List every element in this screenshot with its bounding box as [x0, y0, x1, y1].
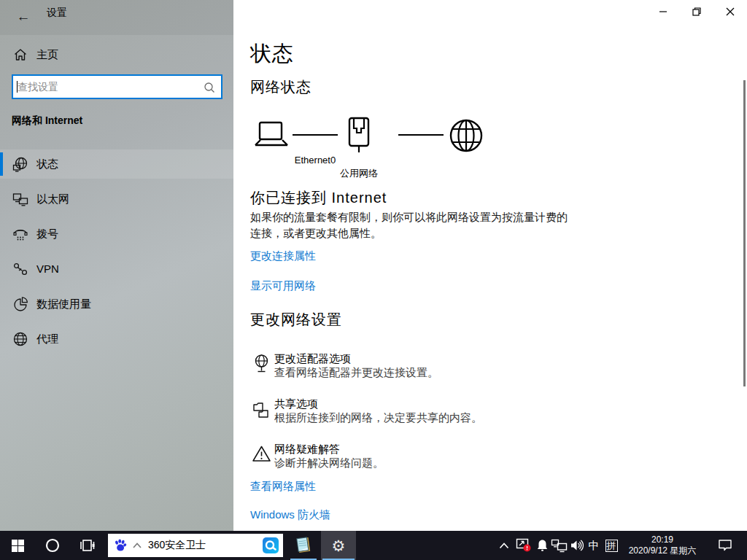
chevron-up-icon	[132, 542, 142, 549]
search-icon	[203, 81, 216, 94]
sidebar-item-label: 拨号	[36, 228, 58, 241]
setting-item-desc: 查看网络适配器并更改连接设置。	[274, 366, 438, 380]
network-diagram: Ethernet0 公用网络	[250, 117, 557, 182]
minimize-button[interactable]	[646, 0, 680, 23]
tray-notification-bell[interactable]	[534, 531, 550, 560]
security-icon	[516, 538, 532, 553]
tray-security-alert[interactable]	[514, 531, 534, 560]
network-status-heading: 网络状态	[250, 77, 311, 97]
show-networks-link[interactable]: 显示可用网络	[250, 279, 316, 293]
task-view-button[interactable]	[70, 531, 105, 560]
setting-item-title: 更改适配器选项	[274, 352, 351, 366]
bell-icon	[536, 539, 549, 552]
window-title: 设置	[47, 7, 67, 20]
clock-time: 20:19	[651, 534, 673, 545]
sidebar-item-label: 代理	[36, 332, 58, 346]
network-type-label: 公用网络	[315, 167, 403, 180]
proxy-icon	[12, 331, 28, 347]
settings-window: ← 设置 主页 网络和 Internet	[0, 0, 747, 531]
window-controls	[646, 0, 747, 23]
ethernet-icon	[12, 191, 28, 207]
sidebar-item-data-usage[interactable]: 数据使用量	[0, 289, 233, 319]
search-input[interactable]	[18, 76, 200, 98]
connection-line	[293, 134, 338, 136]
sidebar-home-label: 主页	[36, 48, 58, 62]
sidebar-item-vpn[interactable]: VPN	[0, 254, 233, 284]
taskbar-app-notepad[interactable]	[286, 531, 321, 560]
sidebar-item-home[interactable]: 主页	[0, 42, 233, 69]
sidebar-item-label: 数据使用量	[36, 298, 91, 311]
vertical-scrollbar[interactable]	[743, 80, 746, 386]
taskbar: 360安全卫士	[0, 531, 747, 560]
taskbar-app-settings[interactable]: ⚙	[321, 531, 356, 560]
adapter-options-icon	[252, 354, 271, 373]
ime-mode-label: 拼	[605, 540, 618, 552]
setting-item-desc: 根据所连接到的网络，决定要共享的内容。	[274, 411, 482, 425]
tray-ime-language[interactable]: 中	[585, 531, 603, 560]
notepad-icon	[294, 536, 313, 555]
setting-item-troubleshooter[interactable]: 网络疑难解答 诊断并解决网络问题。	[252, 443, 602, 475]
laptop-icon	[253, 121, 290, 150]
status-icon	[12, 156, 28, 172]
setting-item-title: 共享选项	[274, 397, 318, 411]
tray-ime-mode[interactable]: 拼	[603, 531, 620, 560]
setting-item-desc: 诊断并解决网络问题。	[274, 456, 384, 470]
sidebar-item-label: VPN	[36, 262, 59, 275]
setting-item-adapter-options[interactable]: 更改适配器选项 查看网络适配器并更改连接设置。	[252, 352, 602, 384]
connection-line	[398, 134, 444, 136]
taskbar-search-box[interactable]: 360安全卫士	[108, 534, 283, 557]
cortana-icon	[45, 538, 60, 553]
task-view-icon	[80, 538, 95, 553]
view-network-properties-link[interactable]: 查看网络属性	[250, 480, 316, 494]
selected-accent-bar	[0, 152, 3, 176]
change-connection-link[interactable]: 更改连接属性	[250, 249, 316, 263]
ethernet-network-icon	[551, 539, 568, 553]
tray-network-icon[interactable]	[549, 531, 569, 560]
dialup-icon	[12, 226, 28, 242]
sidebar-item-label: 状态	[36, 158, 58, 171]
warning-triangle-icon	[252, 444, 271, 464]
action-center-button[interactable]	[709, 531, 741, 560]
internet-globe-icon	[449, 118, 484, 153]
cortana-button[interactable]	[35, 531, 70, 560]
gear-icon: ⚙	[332, 538, 346, 553]
tray-clock[interactable]: 20:19 2020/9/12 星期六	[622, 531, 703, 560]
sidebar-nav: 状态 以太网	[0, 149, 233, 359]
360-search-icon	[262, 537, 279, 554]
start-button[interactable]	[0, 531, 35, 560]
baidu-icon	[113, 538, 128, 553]
main-pane: 状态 网络状态	[233, 0, 747, 531]
tray-show-hidden-icons[interactable]	[495, 531, 514, 560]
restore-button[interactable]	[680, 0, 713, 23]
chevron-up-icon	[499, 542, 509, 549]
vpn-icon	[12, 261, 28, 277]
windows-firewall-link[interactable]: Windows 防火墙	[250, 508, 330, 522]
windows-logo-icon	[12, 540, 24, 552]
speaker-icon	[570, 539, 584, 552]
sidebar-item-label: 以太网	[36, 192, 69, 206]
connected-heading: 你已连接到 Internet	[250, 188, 387, 208]
taskbar-search-text: 360安全卫士	[148, 539, 262, 552]
home-icon	[13, 47, 28, 62]
setting-item-sharing-options[interactable]: 共享选项 根据所连接到的网络，决定要共享的内容。	[252, 397, 602, 429]
desktop-screen: ← 设置 主页 网络和 Internet	[0, 0, 747, 560]
close-button[interactable]	[713, 0, 747, 23]
back-button[interactable]: ←	[10, 4, 36, 30]
sidebar-item-ethernet[interactable]: 以太网	[0, 184, 233, 214]
adapter-name-label: Ethernet0	[271, 155, 359, 166]
page-title: 状态	[250, 39, 294, 69]
clock-date: 2020/9/12 星期六	[629, 545, 697, 556]
data-usage-icon	[12, 296, 28, 312]
sidebar-item-dialup[interactable]: 拨号	[0, 219, 233, 249]
setting-item-title: 网络疑难解答	[274, 443, 340, 456]
ime-language-label: 中	[589, 539, 600, 553]
settings-search-box[interactable]	[12, 74, 222, 99]
sharing-options-icon	[252, 399, 271, 419]
change-settings-heading: 更改网络设置	[250, 310, 342, 330]
action-center-icon	[718, 539, 732, 552]
connected-description: 如果你的流量套餐有限制，则你可以将此网络设置为按流量计费的连接，或者更改其他属性…	[250, 209, 575, 241]
sidebar-section-title: 网络和 Internet	[12, 114, 82, 128]
sidebar-item-status[interactable]: 状态	[0, 149, 233, 179]
tray-volume-icon[interactable]	[568, 531, 587, 560]
sidebar-item-proxy[interactable]: 代理	[0, 324, 233, 354]
